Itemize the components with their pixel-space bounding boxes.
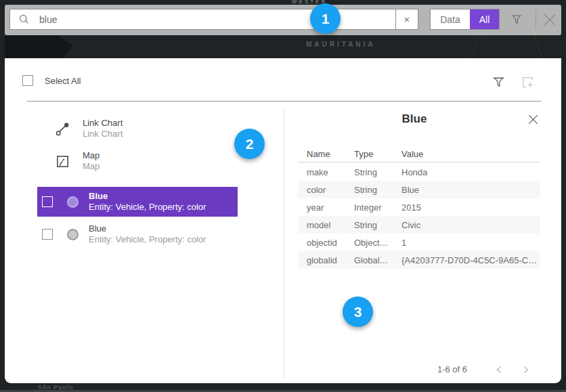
map-country-shape (5, 35, 105, 58)
cell-value: Honda (401, 167, 540, 177)
table-row: year Integer 2015 (298, 198, 540, 216)
annotation-badge-1: 1 (310, 3, 341, 34)
close-icon (527, 113, 540, 126)
link-chart-icon (55, 121, 70, 137)
entity-circle-icon (67, 196, 79, 208)
cell-name: year (307, 202, 354, 213)
cell-value: 1 (401, 238, 540, 248)
column-header-name: Name (307, 149, 330, 159)
previous-page-button[interactable] (492, 363, 506, 376)
results-filter-button[interactable] (492, 74, 508, 91)
annotation-badge-3: 3 (343, 297, 373, 327)
cell-name: globalid (307, 255, 354, 265)
cell-value: Civic (401, 220, 540, 230)
annotation-badge-2: 2 (234, 129, 265, 159)
close-icon (542, 12, 558, 28)
entity-circle-icon (67, 229, 79, 240)
screenshot-root: WESTER MAURITANIA São Paulo × Data All (0, 0, 566, 392)
data-all-toggle: Data All (430, 9, 500, 30)
result-link-chart[interactable]: Link Chart Link Chart (55, 118, 123, 139)
cell-value: {A4203777-D70D-4C5C-9A65-C… (401, 255, 540, 265)
next-page-button[interactable] (519, 363, 533, 376)
filter-button[interactable] (508, 11, 525, 27)
table-header-divider (298, 162, 540, 162)
map-border-line (469, 34, 482, 62)
cell-name: color (307, 185, 354, 195)
map-border-line (534, 35, 543, 60)
result-title: Blue (89, 191, 206, 202)
map-icon (55, 154, 70, 169)
cell-name: objectid (307, 238, 354, 248)
attribute-table: make String Honda color String Blue year… (298, 163, 540, 269)
cell-value: Blue (401, 185, 540, 195)
result-subtitle: Entity: Vehicle, Property: color (89, 234, 206, 245)
cell-type: Integer (354, 202, 401, 213)
result-subtitle: Map (83, 161, 100, 172)
result-map[interactable]: Map Map (55, 150, 100, 172)
table-row: globalid Global… {A4203777-D70D-4C5C-9A6… (298, 251, 540, 269)
header-divider (27, 101, 541, 102)
search-input[interactable] (38, 14, 395, 26)
pagination-label: 1-6 of 6 (415, 364, 489, 374)
result-title: Link Chart (83, 118, 123, 129)
table-row: make String Honda (298, 163, 540, 181)
funnel-icon (510, 12, 523, 26)
chevron-left-icon (495, 365, 503, 374)
list-detail-divider (284, 108, 284, 379)
search-icon (18, 14, 30, 25)
table-row: color String Blue (298, 181, 540, 198)
column-header-type: Type (354, 149, 373, 159)
chevron-right-icon (522, 365, 530, 374)
result-checkbox[interactable] (42, 196, 53, 207)
cell-type: String (354, 167, 401, 177)
cell-value: 2015 (401, 202, 540, 213)
result-title: Blue (89, 223, 206, 234)
funnel-icon (492, 74, 506, 89)
add-to-selection-button[interactable] (520, 74, 538, 92)
cell-type: String (354, 220, 401, 230)
toggle-option-data[interactable]: Data (431, 9, 470, 29)
clear-search-button[interactable]: × (395, 9, 418, 30)
square-plus-icon (520, 74, 536, 90)
search-results-panel: Select All Link Chart Link Chart (5, 58, 561, 383)
select-all-checkbox[interactable] (22, 75, 33, 86)
column-header-value: Value (401, 149, 423, 159)
result-title: Map (83, 150, 100, 161)
toggle-option-all[interactable]: All (470, 9, 499, 29)
select-all-row: Select All (22, 75, 81, 86)
cell-name: make (307, 167, 354, 177)
search-toolbar: × Data All (5, 5, 561, 35)
result-subtitle: Link Chart (83, 129, 123, 139)
cell-type: Global… (354, 255, 401, 265)
detail-close-button[interactable] (525, 111, 541, 127)
select-all-label: Select All (45, 76, 81, 86)
result-checkbox[interactable] (42, 229, 53, 240)
result-blue-selected[interactable]: Blue Entity: Vehicle, Property: color (37, 187, 238, 217)
result-subtitle: Entity: Vehicle, Property: color (89, 202, 206, 213)
close-search-button[interactable] (540, 9, 560, 30)
cell-name: model (307, 220, 354, 230)
cell-type: Object… (354, 238, 401, 248)
table-row: objectid Object… 1 (298, 234, 540, 251)
toolbar-divider (536, 10, 536, 29)
cell-type: String (354, 185, 401, 195)
map-label-mauritania: MAURITANIA (306, 41, 376, 48)
table-row: model String Civic (298, 216, 540, 234)
detail-title: Blue (292, 112, 536, 126)
result-blue-unselected[interactable]: Blue Entity: Vehicle, Property: color (37, 219, 238, 249)
